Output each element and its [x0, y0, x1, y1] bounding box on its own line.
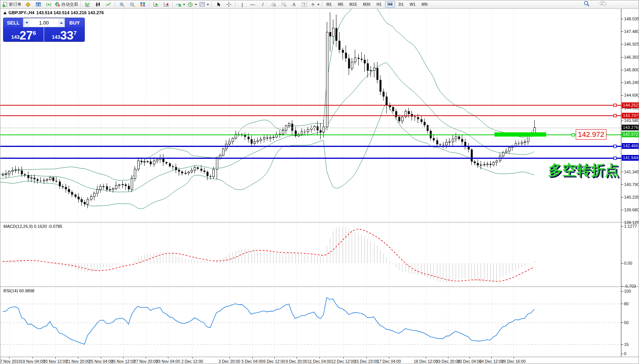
timeframe-button-m5[interactable]: M5	[335, 1, 346, 8]
time-tick	[101, 357, 101, 359]
vertical-line-button[interactable]: |	[237, 0, 247, 8]
timeframe-button-d1[interactable]: D1	[396, 1, 406, 8]
timeframe-button-h1[interactable]: H1	[374, 1, 384, 8]
new-order-button[interactable]: 新订单	[2, 0, 23, 8]
time-tick	[469, 357, 470, 359]
horizontal-line-button[interactable]: —	[247, 0, 258, 8]
time-tick-label: 29 Nov 04:00	[156, 359, 180, 364]
candle-chart-icon	[96, 2, 100, 7]
line-chart-button[interactable]	[103, 0, 114, 8]
timeframe-button-h4[interactable]: H4	[385, 1, 395, 8]
tile-windows-icon	[140, 2, 145, 7]
price-tick-label: 145.800	[624, 68, 639, 72]
timeframe-bar: M1M5M15M30H1H4D1W1MN	[324, 1, 430, 8]
autotrade-button[interactable]: 自动交易	[54, 0, 79, 8]
rsi-tick-label: 0	[624, 351, 639, 356]
bar-chart-button[interactable]	[82, 0, 93, 8]
toolbar-separator	[211, 2, 212, 8]
autotrade-label: 自动交易	[61, 2, 78, 7]
timeframe-button-m1[interactable]: M1	[324, 1, 334, 8]
search-icon[interactable]	[583, 0, 593, 8]
text-button[interactable]: A	[289, 0, 299, 8]
chart-shift-button[interactable]	[161, 0, 171, 8]
new-order-icon	[3, 2, 8, 7]
time-tick-label: 25 Nov 04:00	[89, 359, 113, 364]
time-tick	[229, 357, 230, 359]
volume-input[interactable]: 1.00	[30, 18, 58, 27]
time-tick-label: 27 Nov 20:00	[134, 359, 158, 364]
price-line-label: 143.276	[622, 125, 639, 130]
profiles-icon	[36, 2, 41, 7]
toolbar-separator	[115, 2, 115, 8]
sell-price[interactable]: 143276	[3, 27, 44, 42]
chart-wizard-button[interactable]	[23, 0, 33, 8]
time-tick	[389, 357, 389, 359]
autoscroll-icon	[153, 2, 159, 7]
time-tick-label: 3 Dec 20:00	[219, 359, 240, 364]
zoom-in-button[interactable]	[117, 0, 127, 8]
timeframe-button-m15[interactable]: M15	[347, 1, 359, 8]
trendline-button[interactable]: /	[258, 0, 268, 8]
text-label-button[interactable]: T	[299, 0, 310, 8]
cursor-icon	[216, 2, 221, 7]
cursor-button[interactable]	[213, 0, 224, 8]
time-tick-label: 17 Dec 04:00	[377, 359, 401, 364]
profiles-button[interactable]	[33, 0, 43, 8]
fibonacci-button[interactable]: F	[278, 0, 289, 8]
time-tick	[33, 357, 33, 359]
time-tick-label: 15 Dec 23:00	[354, 359, 378, 364]
rsi-label: RSI(14) 60.9898	[3, 288, 35, 293]
zoom-out-button[interactable]	[127, 0, 137, 8]
toolbar: 新订单 自动交易	[0, 0, 639, 9]
arrows-button[interactable]	[310, 0, 321, 8]
price-tick-label: 148.035	[624, 16, 639, 21]
chat-icon[interactable]	[598, 0, 609, 8]
macd-pane-canvas[interactable]	[0, 222, 639, 287]
timeframe-button-m30[interactable]: M30	[360, 1, 373, 8]
price-line-label: 142.972	[622, 132, 639, 137]
sell-price-big: 27	[20, 30, 33, 41]
chart-wizard-icon	[25, 2, 31, 7]
sell-button[interactable]: SELL	[3, 18, 23, 27]
time-tick	[320, 357, 320, 359]
timeframe-button-w1[interactable]: W1	[407, 1, 418, 8]
pivot-price-label[interactable]: 142.972	[576, 129, 606, 140]
rsi-tick-label: 100	[624, 289, 639, 293]
line-chart-icon	[106, 2, 111, 7]
tile-windows-button[interactable]	[137, 0, 148, 8]
volume-decrease-button[interactable]	[24, 18, 30, 27]
time-tick-label: 20 Nov 12:00	[43, 359, 67, 364]
pane-separator-highlight	[0, 222, 639, 223]
zoom-out-icon	[130, 2, 135, 7]
timeframe-button-mn[interactable]: MN	[419, 1, 430, 8]
price-tick-label: 143.580	[624, 118, 639, 123]
rsi-pane-canvas[interactable]	[0, 287, 639, 357]
crosshair-button[interactable]	[224, 0, 234, 8]
panel-collapse-icon[interactable]	[3, 12, 7, 14]
volume-increase-button[interactable]	[58, 18, 64, 27]
time-tick	[123, 357, 124, 359]
time-tick	[491, 357, 492, 359]
annotation-text[interactable]: 多空转折点	[548, 161, 619, 180]
indicators-button[interactable]	[175, 0, 186, 8]
price-line-label: 141.944	[622, 155, 639, 161]
candle-chart-button[interactable]	[93, 0, 103, 8]
equidistant-channel-button[interactable]: E	[268, 0, 278, 8]
main-chart-canvas[interactable]	[0, 9, 639, 222]
buy-button[interactable]: BUY	[65, 18, 84, 27]
templates-button[interactable]	[198, 0, 210, 8]
time-tick	[146, 357, 146, 359]
text-label-icon: T	[301, 2, 307, 7]
periods-button[interactable]	[186, 0, 198, 8]
buy-price[interactable]: 143337	[44, 27, 84, 42]
time-tick-label: 12 Dec 12:00	[331, 359, 355, 364]
price-tick-label: 146.925	[624, 42, 639, 46]
time-tick	[343, 357, 344, 359]
time-tick	[274, 357, 275, 359]
svg-text:F: F	[285, 5, 286, 7]
toolbar-separator	[149, 2, 150, 8]
signals-button[interactable]	[43, 0, 54, 8]
symbol-period: GBPJPY-,H4	[8, 10, 35, 15]
new-order-label: 新订单	[9, 2, 21, 7]
autoscroll-button[interactable]	[151, 0, 161, 8]
